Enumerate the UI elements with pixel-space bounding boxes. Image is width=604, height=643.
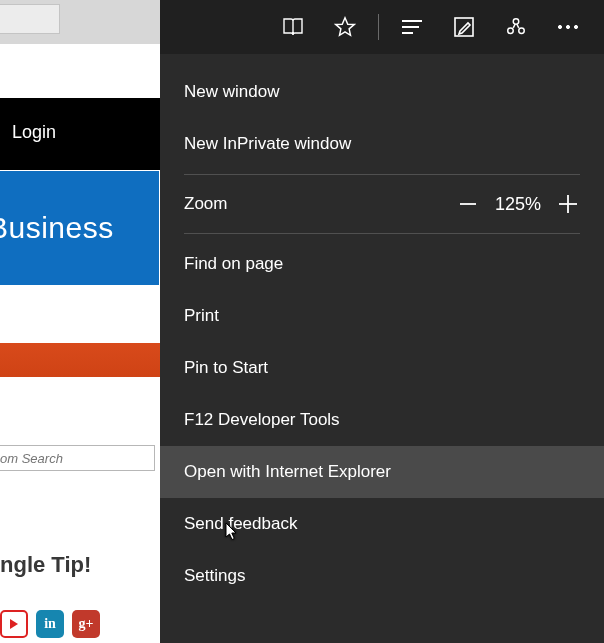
favorites-star-icon[interactable]: [322, 4, 368, 50]
menu-print[interactable]: Print: [160, 290, 604, 342]
menu-new-inprivate[interactable]: New InPrivate window: [160, 118, 604, 170]
svg-marker-0: [336, 18, 354, 35]
menu-new-window[interactable]: New window: [160, 54, 604, 118]
tab-fragment[interactable]: [0, 4, 60, 34]
browser-toolbar: [160, 0, 604, 54]
zoom-in-button[interactable]: [550, 193, 586, 215]
menu-find-on-page[interactable]: Find on page: [160, 238, 604, 290]
menu-separator: [184, 233, 580, 234]
menu-send-feedback[interactable]: Send feedback: [160, 498, 604, 550]
web-note-icon[interactable]: [441, 4, 487, 50]
menu-open-with-ie[interactable]: Open with Internet Explorer: [160, 446, 604, 498]
svg-point-7: [519, 28, 525, 33]
menu-pin-to-start[interactable]: Pin to Start: [160, 342, 604, 394]
search-box[interactable]: [0, 445, 155, 471]
menu-developer-tools[interactable]: F12 Developer Tools: [160, 394, 604, 446]
googleplus-icon[interactable]: g+: [72, 610, 100, 638]
more-menu: New window New InPrivate window Zoom 125…: [160, 54, 604, 643]
svg-point-10: [574, 25, 577, 28]
tip-heading: ngle Tip!: [0, 552, 91, 578]
hub-icon[interactable]: [389, 4, 435, 50]
share-icon[interactable]: [493, 4, 539, 50]
more-icon[interactable]: [545, 4, 591, 50]
svg-point-6: [508, 28, 514, 33]
menu-settings[interactable]: Settings: [160, 550, 604, 602]
zoom-value: 125%: [486, 194, 550, 215]
menu-separator: [184, 174, 580, 175]
reading-list-icon[interactable]: [270, 4, 316, 50]
business-banner: Business: [0, 170, 160, 286]
svg-point-9: [566, 25, 569, 28]
zoom-out-button[interactable]: [450, 194, 486, 214]
linkedin-icon[interactable]: in: [36, 610, 64, 638]
business-banner-text: Business: [0, 211, 114, 244]
login-link[interactable]: Login: [12, 122, 56, 143]
zoom-label: Zoom: [184, 194, 227, 214]
toolbar-divider: [378, 14, 379, 40]
search-input[interactable]: [0, 446, 154, 470]
social-icons: in g+: [0, 610, 100, 638]
svg-point-5: [513, 19, 519, 25]
youtube-icon[interactable]: [0, 610, 28, 638]
menu-zoom-row: Zoom 125%: [160, 179, 604, 229]
svg-point-8: [558, 25, 561, 28]
